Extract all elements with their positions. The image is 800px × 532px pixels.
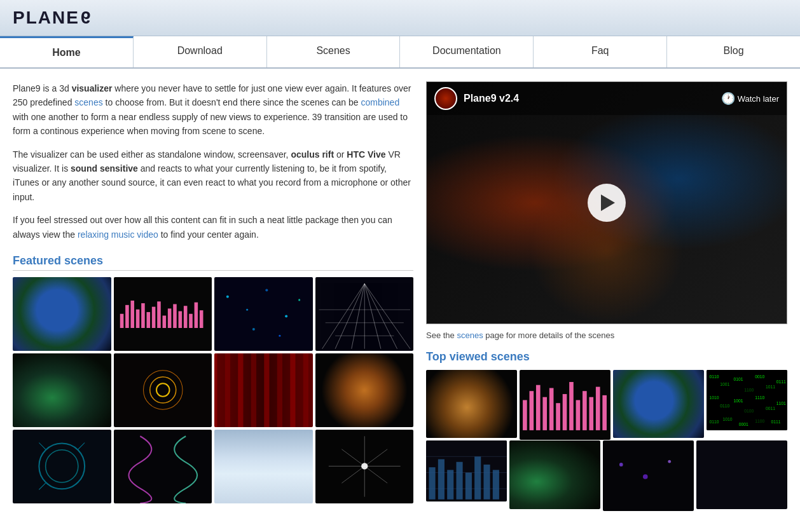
svg-rect-59 [530, 391, 534, 430]
scene-thumb-burst[interactable] [315, 430, 414, 503]
video-placeholder[interactable]: Plane9 v2.4 🕐 Watch later [427, 82, 787, 324]
svg-rect-11 [179, 311, 183, 328]
svg-text:0111: 0111 [776, 379, 786, 384]
svg-point-18 [265, 289, 268, 291]
svg-text:1101: 1101 [776, 401, 786, 406]
scene-thumb-cloud[interactable] [214, 430, 313, 503]
scene-thumb-nebula-inner [13, 353, 111, 427]
svg-point-103 [619, 463, 623, 467]
top-thumb-orb[interactable] [426, 370, 517, 438]
svg-point-104 [643, 474, 648, 479]
svg-rect-101 [483, 465, 490, 500]
svg-point-20 [298, 299, 300, 301]
scene-thumb-cyan[interactable] [13, 430, 111, 503]
svg-rect-102 [493, 470, 499, 500]
svg-rect-9 [168, 308, 172, 328]
svg-rect-3 [136, 310, 140, 328]
nav-item-download[interactable]: Download [134, 36, 267, 67]
right-column: Plane9 v2.4 🕐 Watch later See the scenes… [426, 81, 787, 512]
scene-thumb-sparks[interactable] [114, 353, 212, 427]
svg-rect-99 [466, 473, 472, 500]
svg-rect-15 [200, 310, 203, 328]
svg-rect-96 [438, 460, 445, 500]
svg-rect-61 [542, 397, 547, 430]
play-button[interactable] [588, 184, 626, 222]
nav-item-scenes[interactable]: Scenes [267, 36, 401, 67]
nav-item-home[interactable]: Home [0, 36, 134, 67]
watch-later-label: Watch later [738, 94, 779, 104]
svg-rect-4 [141, 303, 145, 328]
svg-text:0011: 0011 [766, 406, 775, 411]
svg-point-16 [226, 296, 229, 298]
svg-line-24 [335, 283, 364, 349]
svg-text:1011: 1011 [766, 385, 775, 390]
svg-rect-7 [157, 301, 161, 328]
svg-line-55 [341, 466, 364, 483]
scene-thumb-grid[interactable] [315, 277, 414, 351]
svg-rect-97 [447, 470, 453, 500]
scene-thumb-redwall[interactable] [214, 353, 313, 427]
svg-line-52 [364, 466, 387, 483]
svg-text:1110: 1110 [755, 395, 764, 400]
svg-point-45 [46, 449, 78, 482]
top-thumb-eq[interactable] [520, 370, 610, 440]
scene-thumb-nebula[interactable] [13, 353, 111, 427]
svg-line-53 [341, 449, 364, 466]
scenes-link[interactable]: scenes [74, 97, 102, 107]
top-thumb-space[interactable] [603, 440, 694, 510]
nav: Home Download Scenes Documentation Faq B… [0, 36, 800, 69]
svg-text:0010: 0010 [755, 374, 764, 379]
top-thumb-nebula2[interactable] [509, 440, 600, 508]
svg-line-47 [78, 442, 85, 449]
header: PLANE9 [0, 0, 800, 36]
scene-thumb-earth[interactable] [13, 277, 111, 351]
svg-text:0110: 0110 [709, 419, 719, 424]
see-scenes-text: See the scenes page for more details of … [426, 331, 787, 340]
svg-rect-12 [184, 306, 188, 328]
svg-text:0110: 0110 [709, 374, 719, 379]
top-thumb-extra[interactable] [696, 440, 787, 508]
video-title: Plane9 v2.4 [464, 93, 715, 104]
top-thumb-matrix[interactable]: 0110 1001 0101 1100 0010 1011 0111 1010 … [707, 370, 787, 430]
watch-later-button[interactable]: 🕐 Watch later [721, 92, 779, 106]
svg-rect-10 [173, 304, 177, 329]
svg-rect-65 [569, 382, 574, 430]
top-thumb-earth[interactable] [613, 370, 704, 438]
scene-thumb-dna[interactable] [114, 430, 212, 503]
scene-thumb-eq-inner [114, 277, 212, 351]
svg-rect-66 [576, 400, 581, 430]
combined-link[interactable]: combined [361, 97, 399, 107]
nav-item-documentation[interactable]: Documentation [400, 36, 534, 67]
svg-point-21 [252, 328, 255, 331]
svg-rect-98 [456, 462, 462, 500]
scene-thumb-equalizer[interactable] [114, 277, 212, 351]
svg-line-27 [364, 283, 381, 349]
featured-scenes-title: Featured scenes [13, 254, 413, 271]
svg-text:1100: 1100 [755, 419, 764, 423]
see-scenes-link[interactable]: scenes [457, 331, 483, 340]
relaxing-video-link[interactable]: relaxing music video [78, 229, 158, 240]
video-overlay-bar: Plane9 v2.4 🕐 Watch later [427, 82, 787, 115]
scene-thumb-dna-inner [114, 430, 212, 503]
channel-avatar [434, 87, 457, 110]
svg-text:1001: 1001 [733, 399, 743, 403]
intro-paragraph-1: Plane9 is a 3d visualizer where you neve… [13, 81, 413, 139]
top-thumb-data[interactable] [426, 440, 507, 501]
nav-item-blog[interactable]: Blog [667, 36, 800, 67]
svg-line-50 [364, 449, 387, 466]
intro-paragraph-3: If you feel stressed out over how all th… [13, 213, 413, 242]
svg-rect-13 [189, 314, 193, 328]
svg-rect-69 [596, 387, 600, 430]
svg-rect-0 [120, 314, 124, 328]
svg-point-17 [246, 309, 248, 311]
svg-text:0110: 0110 [720, 404, 729, 408]
main-content: Plane9 is a 3d visualizer where you neve… [0, 69, 800, 524]
scene-thumb-grid-inner [315, 277, 414, 351]
svg-point-19 [285, 315, 287, 317]
scene-thumb-redwall-inner [214, 353, 313, 427]
scene-thumb-orb[interactable] [315, 353, 414, 427]
nav-item-faq[interactable]: Faq [534, 36, 667, 67]
scene-thumb-stars[interactable] [214, 277, 313, 351]
top-scene-grid-row-2 [426, 440, 787, 508]
clock-icon: 🕐 [721, 92, 735, 106]
